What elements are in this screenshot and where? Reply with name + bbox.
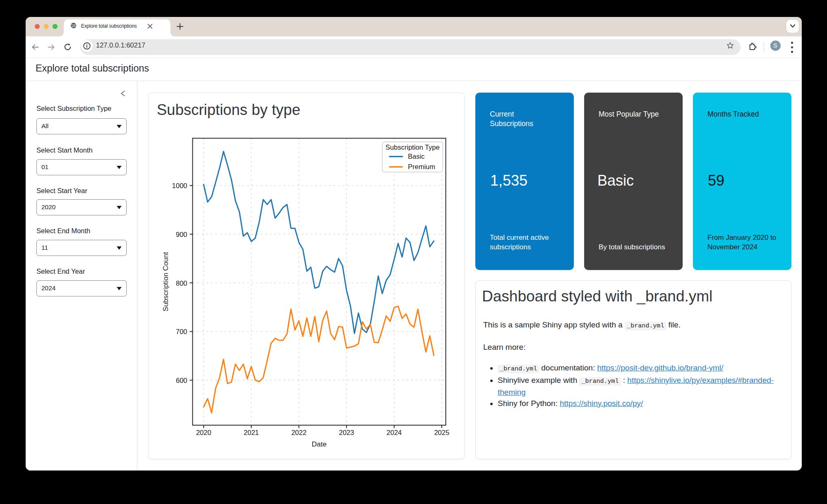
svg-text:Basic: Basic xyxy=(408,153,424,160)
svg-text:700: 700 xyxy=(176,328,187,335)
svg-text:1000: 1000 xyxy=(172,182,187,189)
svg-text:Date: Date xyxy=(312,440,327,448)
svg-text:2023: 2023 xyxy=(339,429,354,436)
svg-text:Subscription Count: Subscription Count xyxy=(162,252,170,311)
svg-text:Subscription Type: Subscription Type xyxy=(386,143,440,151)
svg-text:2021: 2021 xyxy=(244,429,259,436)
svg-text:600: 600 xyxy=(176,377,187,384)
svg-text:800: 800 xyxy=(176,279,187,287)
svg-text:Premium: Premium xyxy=(408,163,435,170)
svg-text:900: 900 xyxy=(176,231,187,238)
svg-text:2024: 2024 xyxy=(386,429,402,436)
svg-text:2025: 2025 xyxy=(434,429,449,436)
svg-text:2020: 2020 xyxy=(196,429,211,436)
svg-text:2022: 2022 xyxy=(291,429,307,436)
